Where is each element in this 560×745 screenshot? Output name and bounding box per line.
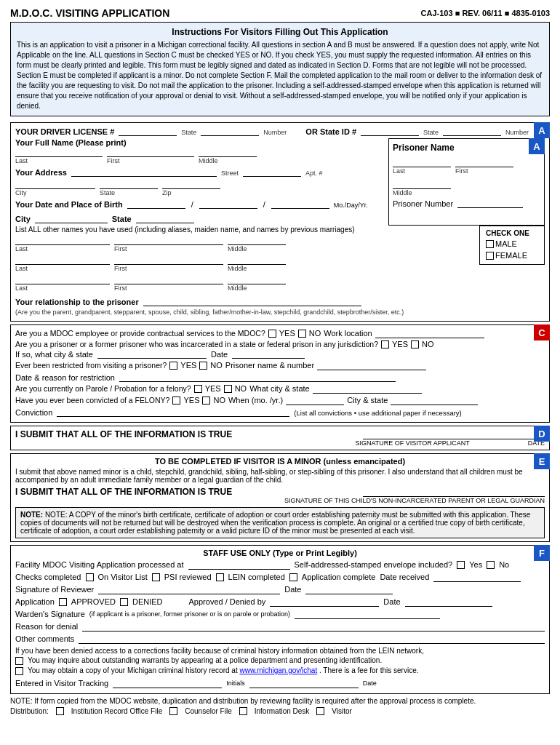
dist-info-desk-checkbox[interactable] xyxy=(239,707,247,715)
dob-yr-field[interactable] xyxy=(271,199,329,209)
alias1-first-field[interactable] xyxy=(114,235,223,245)
approved-checkbox[interactable] xyxy=(59,598,67,606)
q6-row: Have you ever been convicted of a FELONY… xyxy=(15,395,545,405)
q2-no-checkbox[interactable] xyxy=(411,340,419,348)
dist-visitor-checkbox[interactable] xyxy=(316,707,324,715)
alias1-last-field[interactable] xyxy=(15,235,110,245)
facility-field[interactable] xyxy=(188,559,290,570)
state-id-field[interactable] xyxy=(361,126,419,136)
q6-city-field[interactable] xyxy=(391,395,478,405)
q5-no-checkbox[interactable] xyxy=(224,385,232,393)
alias3-middle-field[interactable] xyxy=(228,274,286,284)
alias1-middle-field[interactable] xyxy=(228,235,286,245)
check-one-box: CHECK ONE MALE FEMALE xyxy=(479,226,545,265)
q5-yes-checkbox[interactable] xyxy=(194,385,202,393)
alias3-last-field[interactable] xyxy=(15,274,110,284)
male-checkbox[interactable] xyxy=(486,240,494,248)
birth-state-field[interactable] xyxy=(136,213,194,223)
q3-yes-checkbox[interactable] xyxy=(169,362,177,370)
alias2-middle-field[interactable] xyxy=(228,255,286,265)
lein-bullet2-checkbox[interactable] xyxy=(15,667,23,675)
full-name-section: Your Full Name (Please print) Last First… xyxy=(15,138,384,164)
section-e-sig-field[interactable] xyxy=(363,487,545,497)
other-comments-field[interactable] xyxy=(79,634,545,644)
middle-name-field[interactable] xyxy=(199,147,257,157)
denied-checkbox[interactable] xyxy=(120,598,128,606)
envelope-yes-checkbox[interactable] xyxy=(457,561,465,569)
state-id-number-field[interactable] xyxy=(443,126,501,136)
lein-checkbox[interactable] xyxy=(216,573,224,581)
city-field[interactable] xyxy=(15,179,95,189)
section-d-sig-field[interactable] xyxy=(363,429,545,439)
app-complete-checkbox[interactable] xyxy=(289,573,297,581)
q4-row: Date & reason for restriction xyxy=(15,372,545,382)
apt-field[interactable] xyxy=(243,167,301,177)
conviction-field[interactable] xyxy=(57,407,289,417)
approved-date-field[interactable] xyxy=(405,597,492,607)
license-number-field[interactable] xyxy=(201,126,259,136)
sig-reviewer-field[interactable] xyxy=(98,584,280,594)
dist-counselor-checkbox[interactable] xyxy=(169,707,177,715)
reason-denial-field[interactable] xyxy=(82,621,545,632)
license-row: YOUR DRIVER LICENSE # State Number OR St… xyxy=(15,126,545,136)
sig-reviewer-date-field[interactable] xyxy=(305,584,393,594)
q3-no-checkbox[interactable] xyxy=(199,362,207,370)
aliases-section: List ALL other names you have used (incl… xyxy=(15,226,545,294)
q1-row: Are you a MDOC employee or provide contr… xyxy=(15,328,545,338)
q5-city-field[interactable] xyxy=(313,383,422,394)
q6-when-field[interactable] xyxy=(286,395,344,405)
dob-day-field[interactable] xyxy=(199,199,257,209)
section-d: D I SUBMIT THAT ALL OF THE INFORMATION I… xyxy=(10,426,550,450)
prisoner-number-field[interactable] xyxy=(457,198,523,208)
visitor-tracking-date-field[interactable] xyxy=(249,678,359,688)
dist-institution-checkbox[interactable] xyxy=(56,707,64,715)
visitor-list-checkbox[interactable] xyxy=(86,573,94,581)
prisoner-last-field[interactable] xyxy=(393,157,451,167)
form-id: CAJ-103 ■ REV. 06/11 ■ 4835-0103 xyxy=(421,9,550,17)
q6-yes-checkbox[interactable] xyxy=(172,397,180,405)
date-received-field[interactable] xyxy=(433,572,521,582)
q1-work-field[interactable] xyxy=(375,328,484,338)
alias2-last-field[interactable] xyxy=(15,255,110,265)
lein-bullet1-checkbox[interactable] xyxy=(15,657,23,665)
q2-city-field[interactable] xyxy=(97,348,207,359)
q2-yes-checkbox[interactable] xyxy=(381,340,389,348)
alias3-first-field[interactable] xyxy=(114,274,223,284)
prisoner-first-field[interactable] xyxy=(455,157,513,167)
prisoner-name-label: Prisoner Name xyxy=(393,143,540,153)
q3-prisoner-field[interactable] xyxy=(317,360,426,370)
license-field[interactable] xyxy=(119,126,177,136)
name-prisoner-row: Your Full Name (Please print) Last First… xyxy=(15,138,545,226)
visitor-tracking-field[interactable] xyxy=(113,678,222,688)
q1-yes-checkbox[interactable] xyxy=(268,330,276,338)
q4-field[interactable] xyxy=(119,372,396,382)
alias2-first-field[interactable] xyxy=(114,255,223,265)
section-a: A YOUR DRIVER LICENSE # State Number OR … xyxy=(10,122,550,322)
q1-no-checkbox[interactable] xyxy=(298,330,306,338)
prisoner-middle-field[interactable] xyxy=(393,179,451,189)
q6-no-checkbox[interactable] xyxy=(202,397,210,405)
psi-checkbox[interactable] xyxy=(152,573,160,581)
dob-section: Your Date and Place of Birth / / Mo./Day… xyxy=(15,199,384,223)
street-field[interactable] xyxy=(71,167,217,177)
page-title: M.D.O.C. VISITING APPLICATION xyxy=(10,7,169,19)
warden-sig-field[interactable] xyxy=(295,609,440,619)
female-checkbox[interactable] xyxy=(486,252,494,260)
address-section: Your Address Street Apt. # City State xyxy=(15,167,384,196)
q5-row: Are you currently on Parole / Probation … xyxy=(15,383,545,394)
q7-row: Conviction (List all convictions • use a… xyxy=(15,407,545,417)
dob-mo-field[interactable] xyxy=(127,199,185,209)
q2-date-field[interactable] xyxy=(232,348,305,359)
state-field[interactable] xyxy=(100,179,158,189)
relationship-field[interactable] xyxy=(143,296,361,306)
section-f-badge: F xyxy=(534,545,550,561)
female-option: FEMALE xyxy=(486,251,527,260)
envelope-no-checkbox[interactable] xyxy=(487,561,495,569)
q3-row: Ever been restricted from visiting a pri… xyxy=(15,360,545,370)
first-name-field[interactable] xyxy=(107,147,194,157)
approved-by-field[interactable] xyxy=(270,597,379,607)
last-name-field[interactable] xyxy=(15,147,103,157)
birth-city-field[interactable] xyxy=(35,213,108,223)
section-f: F STAFF USE ONLY (Type or Print Legibly)… xyxy=(10,545,550,694)
zip-field[interactable] xyxy=(162,179,220,189)
